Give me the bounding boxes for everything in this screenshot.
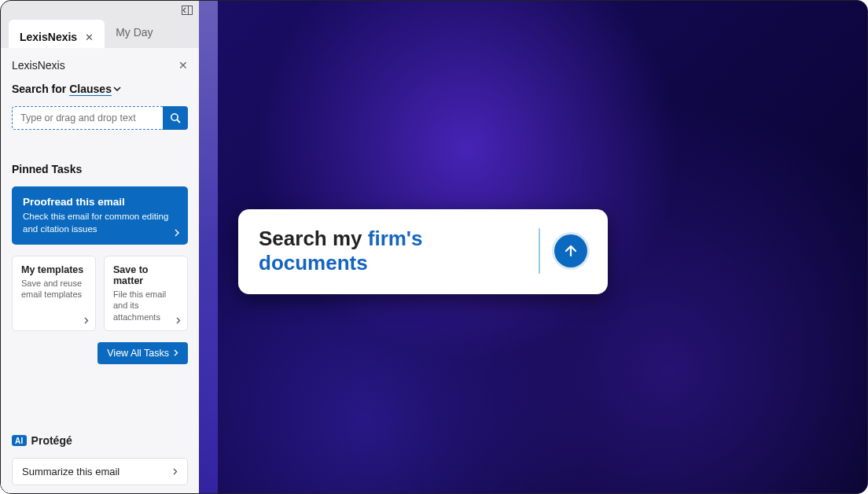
task-title: Proofread this email: [23, 196, 177, 208]
svg-rect-1: [189, 6, 193, 15]
accent-stripe: [199, 1, 218, 493]
pane-header: LexisNexis ✕: [12, 59, 188, 72]
close-icon[interactable]: ✕: [178, 59, 188, 72]
close-icon[interactable]: ✕: [85, 31, 94, 43]
chevron-down-icon: [113, 87, 121, 92]
chevron-right-icon: [173, 468, 178, 475]
search-input[interactable]: [12, 106, 163, 130]
task-desc: Check this email for common editing and …: [23, 211, 172, 235]
task-proofread-email[interactable]: Proofread this email Check this email fo…: [12, 186, 188, 245]
hero-search-card[interactable]: Search my firm's documents: [238, 209, 608, 294]
search-button[interactable]: [163, 106, 188, 130]
quick-action-summarize[interactable]: Summarize this email: [12, 458, 188, 485]
task-desc: File this email and its attachments: [113, 289, 178, 323]
app-window: LexisNexis ✕ My Day LexisNexis ✕ Search …: [0, 0, 868, 494]
tab-my-day[interactable]: My Day: [105, 20, 164, 48]
view-all-tasks-button[interactable]: View All Tasks: [97, 342, 188, 364]
quick-action-label: Summarize this email: [22, 466, 120, 477]
chevron-right-icon: [84, 317, 89, 324]
search-icon: [170, 112, 182, 124]
search-row: [12, 106, 188, 130]
task-my-templates[interactable]: My templates Save and reuse email templa…: [12, 256, 96, 331]
hero-prefix: Search my: [259, 227, 368, 250]
sidebar-panel: LexisNexis ✕ My Day LexisNexis ✕ Search …: [1, 1, 199, 493]
search-type-dropdown[interactable]: Clauses: [69, 83, 121, 95]
search-for-prefix: Search for: [12, 83, 66, 95]
task-save-to-matter[interactable]: Save to matter File this email and its a…: [104, 256, 188, 331]
svg-point-2: [171, 113, 177, 120]
protege-label: Protégé: [31, 434, 72, 447]
task-title: Save to matter: [113, 264, 178, 286]
search-type-label: Clauses: [69, 83, 112, 95]
chevron-right-icon: [174, 349, 178, 356]
pinned-tasks-heading: Pinned Tasks: [12, 163, 188, 175]
view-all-wrap: View All Tasks: [12, 342, 188, 364]
ai-badge: AI: [12, 435, 27, 446]
tab-label: LexisNexis: [20, 31, 77, 43]
svg-line-3: [177, 120, 180, 123]
hero-submit-button[interactable]: [554, 234, 587, 267]
task-row: My templates Save and reuse email templa…: [12, 256, 188, 331]
view-all-label: View All Tasks: [107, 348, 169, 359]
task-desc: Save and reuse email templates: [21, 278, 86, 300]
protege-row: AI Protégé: [12, 434, 188, 447]
hero-cursor-bar: [539, 228, 540, 274]
main-canvas: Search my firm's documents: [199, 1, 867, 493]
pane-title: LexisNexis: [12, 59, 65, 72]
tabs: LexisNexis ✕ My Day: [1, 20, 199, 48]
hero-search-text: Search my firm's documents: [259, 227, 524, 275]
task-title: My templates: [21, 264, 86, 275]
arrow-up-icon: [563, 243, 579, 259]
tab-label: My Day: [116, 26, 153, 39]
chevron-right-icon: [176, 317, 181, 324]
collapse-icon[interactable]: [182, 6, 193, 15]
pane: LexisNexis ✕ Search for Clauses: [1, 48, 199, 493]
panel-topstrip: [1, 1, 199, 20]
search-for-row: Search for Clauses: [12, 83, 188, 95]
chevron-right-icon: [175, 229, 180, 237]
tab-lexisnexis[interactable]: LexisNexis ✕: [9, 20, 105, 48]
